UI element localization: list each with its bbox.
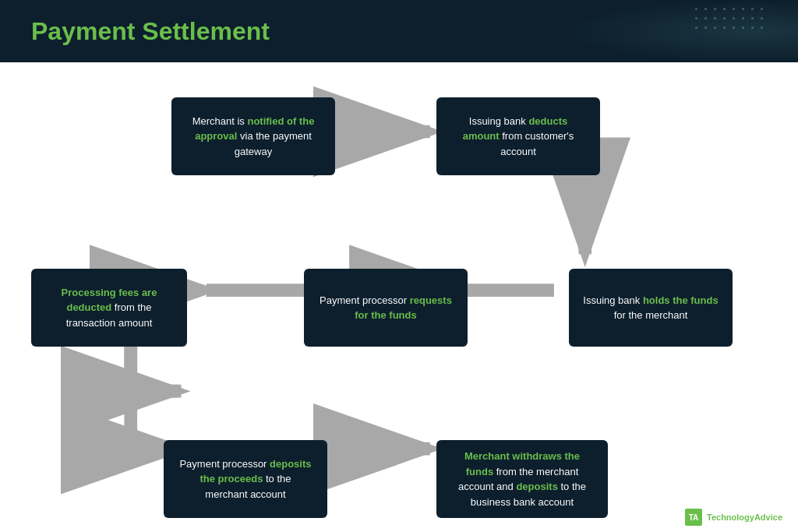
- logo-text: TechnologyAdvice: [707, 513, 782, 522]
- main-content: Merchant is notified of the approval via…: [0, 62, 798, 532]
- logo-icon-text: TA: [689, 513, 699, 522]
- box-processing-fees: Processing fees are deducted from the tr…: [31, 269, 187, 347]
- flow-diagram: Merchant is notified of the approval via…: [0, 74, 798, 509]
- box-issuing-deducts: Issuing bank deducts amount from custome…: [436, 97, 600, 175]
- title-normal: Payment: [31, 17, 142, 45]
- logo: TA TechnologyAdvice: [685, 509, 782, 526]
- logo-icon: TA: [685, 509, 702, 526]
- box-payment-processor-requests: Payment processor requests for the funds: [304, 269, 468, 347]
- header: Payment Settlement: [0, 0, 798, 62]
- page-title: Payment Settlement: [31, 17, 270, 46]
- logo-brand-highlight: Advice: [754, 513, 782, 522]
- box-issuing-holds: Issuing bank holds the funds for the mer…: [569, 269, 733, 347]
- logo-brand: Technology: [707, 513, 754, 522]
- decorative-dots: [695, 8, 767, 33]
- box-merchant-notified: Merchant is notified of the approval via…: [171, 97, 335, 175]
- title-highlight: Settlement: [142, 17, 270, 45]
- box-processor-deposits: Payment processor deposits the proceeds …: [164, 440, 327, 518]
- box-merchant-withdraws: Merchant withdraws the funds from the me…: [436, 440, 608, 518]
